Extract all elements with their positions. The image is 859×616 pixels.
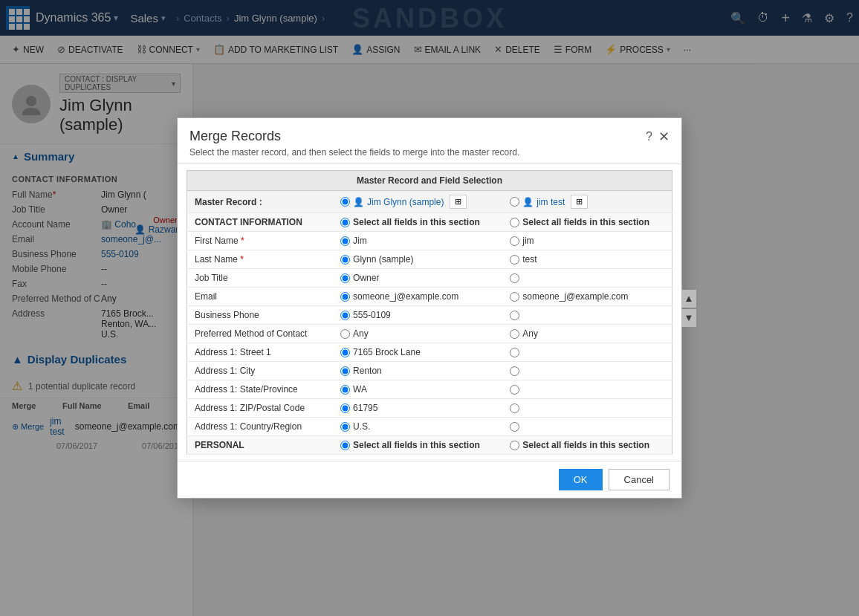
modal-header-text: Merge Records Select the master record, … <box>189 129 519 158</box>
record2-icon: 👤 <box>522 197 534 207</box>
state-radio1[interactable] <box>340 385 350 395</box>
firstname-radio2[interactable] <box>510 236 519 246</box>
modal-close-button[interactable]: ✕ <box>658 129 670 145</box>
modal-title: Merge Records <box>189 129 519 144</box>
street-radio1[interactable] <box>340 348 350 357</box>
state-radio2[interactable] <box>510 385 519 395</box>
merge-records-modal: Merge Records Select the master record, … <box>177 117 682 499</box>
section-personal-radio2[interactable] <box>510 441 519 450</box>
modal-header-actions: ? ✕ <box>646 129 670 145</box>
record1-lookup-button[interactable]: ⊞ <box>450 195 467 209</box>
master-record-label-cell: Master Record : <box>187 191 334 213</box>
row-address-zip: Address 1: ZIP/Postal Code 61795 <box>187 399 672 418</box>
bizphone-radio2[interactable] <box>510 311 519 320</box>
cancel-button[interactable]: Cancel <box>609 469 670 490</box>
modal-subtitle: Select the master record, and then selec… <box>189 147 519 158</box>
lastname-radio2[interactable] <box>510 255 519 265</box>
country-radio2[interactable] <box>510 422 519 432</box>
scroll-arrows: ▲ ▼ <box>681 290 696 327</box>
row-jobtitle: Job Title Owner <box>187 269 672 288</box>
row-firstname: First Name * Jim jim <box>187 232 672 250</box>
section-personal: PERSONAL Select all fields in this secti… <box>187 436 672 455</box>
table-header-cell: Master Record and Field Selection <box>187 171 672 191</box>
zip-radio2[interactable] <box>510 403 519 413</box>
city-radio1[interactable] <box>340 366 350 376</box>
email-radio1[interactable] <box>340 292 350 302</box>
zip-radio1[interactable] <box>340 403 350 413</box>
section-personal-radio1[interactable] <box>340 441 350 450</box>
record2-header: 👤 jim test ⊞ <box>502 191 672 213</box>
merge-table-container: Master Record and Field Selection Master… <box>178 164 681 461</box>
merge-table: Master Record and Field Selection Master… <box>187 170 672 455</box>
record1-radio[interactable] <box>340 197 350 207</box>
row-address-state: Address 1: State/Province WA <box>187 380 672 399</box>
lastname-radio1[interactable] <box>340 255 350 265</box>
modal-overlay: Merge Records Select the master record, … <box>0 64 859 616</box>
modal-footer: OK Cancel <box>178 461 681 498</box>
row-address-country: Address 1: Country/Region U.S. <box>187 418 672 436</box>
city-radio2[interactable] <box>510 366 519 376</box>
scroll-down-button[interactable]: ▼ <box>681 309 696 327</box>
modal-body: Master Record and Field Selection Master… <box>178 164 681 461</box>
contactmethod-radio2[interactable] <box>510 329 519 339</box>
firstname-radio1[interactable] <box>340 236 350 246</box>
modal-header: Merge Records Select the master record, … <box>178 118 681 164</box>
record2-radio[interactable] <box>510 197 519 207</box>
street-radio2[interactable] <box>510 348 519 357</box>
record2-lookup-button[interactable]: ⊞ <box>571 195 588 209</box>
page-content: CONTACT : DISPLAY DUPLICATES ▾ Jim Glynn… <box>0 64 859 616</box>
section-contact-info: CONTACT INFORMATION Select all fields in… <box>187 213 672 232</box>
record1-link[interactable]: Jim Glynn (sample) <box>367 197 444 207</box>
ok-button[interactable]: OK <box>559 469 603 490</box>
email-radio2[interactable] <box>510 292 519 302</box>
contactmethod-radio1[interactable] <box>340 329 350 339</box>
section-contact-radio1[interactable] <box>340 218 350 227</box>
row-lastname: Last Name * Glynn (sample) test <box>187 250 672 269</box>
jobtitle-radio1[interactable] <box>340 273 350 283</box>
jobtitle-radio2[interactable] <box>510 273 519 283</box>
country-radio1[interactable] <box>340 422 350 432</box>
bizphone-radio1[interactable] <box>340 311 350 320</box>
record2-link[interactable]: jim test <box>537 197 565 207</box>
row-address-city: Address 1: City Renton <box>187 362 672 380</box>
scroll-up-button[interactable]: ▲ <box>681 290 696 308</box>
record1-header: 👤 Jim Glynn (sample) ⊞ <box>333 191 502 213</box>
modal-help-button[interactable]: ? <box>646 130 652 143</box>
row-email: Email someone_j@example.com someone_j@ex… <box>187 288 672 306</box>
record1-icon: 👤 <box>353 197 364 207</box>
row-bizphone: Business Phone 555-0109 <box>187 306 672 325</box>
section-contact-radio2[interactable] <box>510 218 519 227</box>
row-address-street: Address 1: Street 1 7165 Brock Lane <box>187 343 672 362</box>
row-contact-method: Preferred Method of Contact Any Any <box>187 325 672 343</box>
